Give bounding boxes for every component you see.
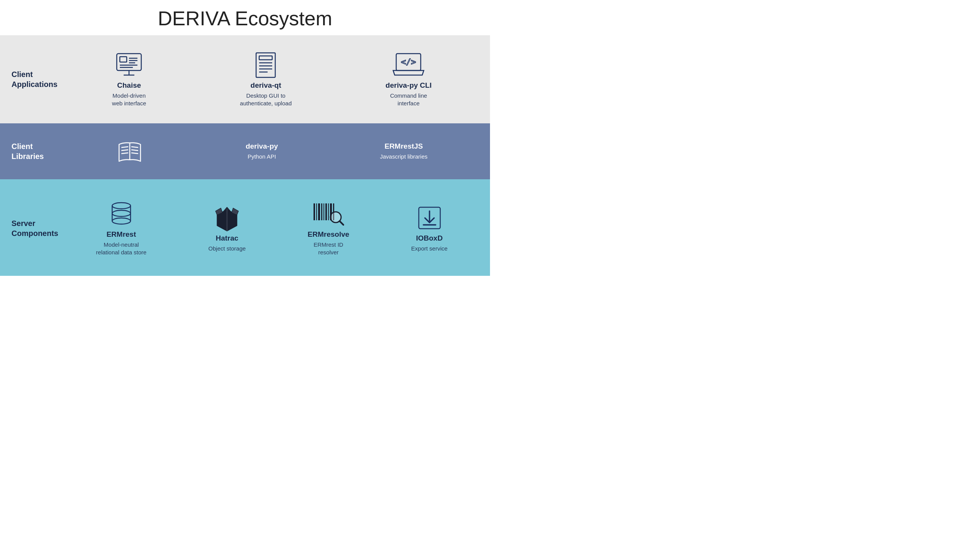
book-icon <box>116 138 144 165</box>
ioboxd-desc: Export service <box>411 245 448 252</box>
item-ermrestjs: ERMrestJS Javascript libraries <box>380 142 428 161</box>
ioboxd-name: IOBoxD <box>416 234 443 242</box>
item-chaise: Chaise Model-drivenweb interface <box>112 51 146 108</box>
export-icon <box>416 204 443 232</box>
hatrac-desc: Object storage <box>208 245 246 252</box>
client-apps-label: ClientApplications <box>11 69 65 89</box>
svg-point-27 <box>112 210 131 216</box>
item-deriva-py-cli: </> deriva-py CLI Command lineinterface <box>385 51 431 108</box>
svg-text:</>: </> <box>401 57 416 67</box>
item-ioboxd: IOBoxD Export service <box>411 204 448 252</box>
database-icon <box>108 200 135 228</box>
server-items: ERMrest Model-neutralrelational data sto… <box>65 200 479 257</box>
box-icon <box>213 204 241 232</box>
svg-line-46 <box>340 221 343 225</box>
svg-rect-42 <box>328 203 329 220</box>
svg-rect-3 <box>120 57 127 62</box>
ermresolve-name: ERMresolve <box>308 230 350 239</box>
client-apps-items: Chaise Model-drivenweb interface <box>65 51 479 108</box>
svg-rect-39 <box>321 203 322 220</box>
item-deriva-qt: deriva-qt Desktop GUI toauthenticate, up… <box>240 51 292 108</box>
svg-point-30 <box>112 218 131 224</box>
svg-line-23 <box>131 153 138 154</box>
svg-rect-10 <box>259 56 272 60</box>
deriva-py-name: deriva-py <box>246 142 278 151</box>
client-libs-label: ClientLibraries <box>11 141 65 161</box>
section-client-applications: ClientApplications <box>0 35 490 123</box>
client-libs-items: deriva-py Python API ERMrestJS Javascrip… <box>65 138 479 165</box>
deriva-qt-desc: Desktop GUI toauthenticate, upload <box>240 92 292 108</box>
document-icon <box>252 51 279 79</box>
item-book <box>116 138 144 165</box>
svg-line-20 <box>121 153 128 154</box>
svg-rect-37 <box>316 203 317 220</box>
server-components-label: ServerComponents <box>11 218 65 238</box>
item-ermrest: ERMrest Model-neutralrelational data sto… <box>96 200 147 257</box>
item-ermresolve: ERMresolve ERMrest IDresolver <box>308 200 350 257</box>
svg-rect-40 <box>323 203 324 220</box>
svg-line-18 <box>121 147 128 147</box>
chaise-desc: Model-drivenweb interface <box>112 92 146 108</box>
section-server-components: ServerComponents ERMrest <box>0 179 490 276</box>
deriva-qt-name: deriva-qt <box>250 81 281 90</box>
deriva-py-desc: Python API <box>248 153 276 161</box>
ermrest-desc: Model-neutralrelational data store <box>96 241 147 257</box>
item-deriva-py: deriva-py Python API <box>246 142 278 161</box>
ermresolve-desc: ERMrest IDresolver <box>314 241 343 257</box>
svg-rect-38 <box>318 203 320 220</box>
laptop-icon: </> <box>392 51 425 79</box>
svg-rect-41 <box>325 203 327 220</box>
page-title: DERIVA Ecosystem <box>0 0 490 35</box>
item-hatrac: Hatrac Object storage <box>208 204 246 252</box>
svg-line-19 <box>121 150 128 151</box>
ermrestjs-name: ERMrestJS <box>384 142 423 151</box>
sections-wrapper: ClientApplications <box>0 35 490 276</box>
chaise-name: Chaise <box>117 81 141 90</box>
svg-rect-36 <box>314 203 315 220</box>
svg-line-21 <box>131 147 138 147</box>
ermrest-name: ERMrest <box>106 230 136 239</box>
ermrestjs-desc: Javascript libraries <box>380 153 428 161</box>
monitor-icon <box>114 51 144 79</box>
svg-line-22 <box>131 150 138 151</box>
hatrac-name: Hatrac <box>216 234 238 242</box>
svg-point-24 <box>112 203 131 209</box>
section-client-libraries: ClientLibraries <box>0 123 490 179</box>
deriva-py-cli-desc: Command lineinterface <box>390 92 427 108</box>
deriva-py-cli-name: deriva-py CLI <box>385 81 431 90</box>
barcode-magnify-icon <box>312 200 345 228</box>
